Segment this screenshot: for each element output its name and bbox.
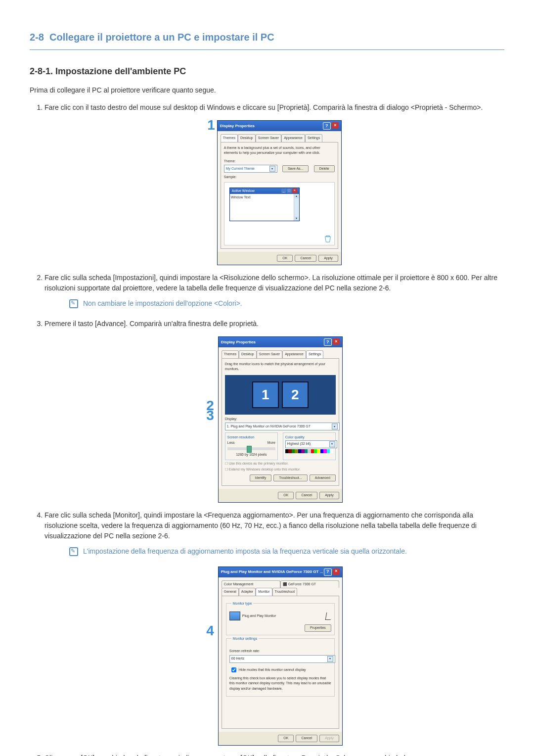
divider bbox=[30, 49, 504, 50]
troubleshoot-button[interactable]: Troubleshoot... bbox=[273, 474, 307, 482]
cancel-button[interactable]: Cancel bbox=[296, 492, 317, 499]
close-icon[interactable]: × bbox=[333, 568, 340, 575]
theme-description: A theme is a background plus a set of so… bbox=[224, 145, 335, 156]
note-icon bbox=[69, 299, 78, 308]
identify-button[interactable]: Identify bbox=[250, 474, 272, 482]
dialog-title: Display Properties bbox=[220, 123, 255, 129]
tab-themes[interactable]: Themes bbox=[221, 134, 238, 142]
chevron-down-icon: ▾ bbox=[332, 424, 338, 429]
tab-screensaver[interactable]: Screen Saver bbox=[257, 350, 282, 358]
ok-button[interactable]: OK bbox=[278, 492, 294, 499]
monitor-type-value: Plug and Play Monitor bbox=[242, 614, 276, 617]
primary-monitor-checkbox: ☐ Use this device as the primary monitor… bbox=[225, 461, 336, 467]
close-icon[interactable]: × bbox=[332, 122, 339, 129]
section-number: 2-8 bbox=[30, 32, 44, 43]
tab-settings[interactable]: Settings bbox=[306, 350, 323, 358]
window-text: Window Text bbox=[231, 195, 251, 199]
tab-screensaver[interactable]: Screen Saver bbox=[256, 134, 281, 142]
note-text: L'impostazione della frequenza di aggior… bbox=[83, 547, 407, 555]
monitor-type-label: Monitor type bbox=[231, 602, 254, 605]
monitor-2-icon[interactable]: 2 bbox=[282, 381, 309, 408]
tab-appearance[interactable]: Appearance bbox=[281, 134, 305, 142]
properties-button[interactable]: Properties bbox=[305, 624, 331, 632]
color-group: Color quality Highest (32 bit)▾ bbox=[283, 432, 336, 460]
chevron-down-icon: ▾ bbox=[329, 441, 335, 447]
tab-adapter[interactable]: Adapter bbox=[239, 588, 256, 596]
color-bar bbox=[285, 449, 333, 453]
theme-label: Theme: bbox=[224, 159, 335, 164]
minimize-icon: _ bbox=[281, 189, 286, 193]
tab-color-management[interactable]: Color Management bbox=[222, 580, 280, 588]
step-1: 1.Fare clic con il tasto destro del mous… bbox=[44, 102, 504, 265]
marker-4: 4 bbox=[206, 626, 214, 636]
tab-appearance[interactable]: Appearance bbox=[282, 350, 306, 358]
extend-desktop-checkbox: ☐ Extend my Windows desktop onto this mo… bbox=[225, 467, 336, 472]
monitor-1-icon[interactable]: 1 bbox=[252, 381, 279, 408]
tab-settings[interactable]: Settings bbox=[305, 134, 322, 142]
recycle-bin-icon bbox=[323, 234, 332, 243]
tab-general[interactable]: General bbox=[222, 588, 239, 596]
display-properties-dialog-settings: Display Properties ?× Themes Desktop Scr… bbox=[218, 336, 343, 503]
tab-themes[interactable]: Themes bbox=[222, 350, 239, 358]
color-quality-select[interactable]: Highest (32 bit)▾ bbox=[285, 440, 337, 448]
hide-modes-checkbox[interactable] bbox=[231, 667, 236, 672]
section-title: Collegare il proiettore a un PC e impost… bbox=[49, 32, 274, 43]
help-icon[interactable]: ? bbox=[324, 338, 332, 346]
save-as-button[interactable]: Save As... bbox=[282, 165, 309, 173]
monitor-arrangement[interactable]: 1 2 bbox=[225, 375, 336, 415]
active-window-title: Active Window bbox=[232, 189, 255, 194]
tab-desktop[interactable]: Desktop bbox=[239, 350, 257, 358]
settings-description: Drag the monitor icons to match the phys… bbox=[225, 362, 336, 372]
note-text: Non cambiare le impostazioni dell'opzion… bbox=[83, 299, 242, 307]
cancel-button[interactable]: Cancel bbox=[296, 735, 317, 742]
dialog-title: Display Properties bbox=[221, 339, 256, 345]
tab-desktop[interactable]: Desktop bbox=[238, 134, 256, 142]
ok-button[interactable]: OK bbox=[278, 735, 294, 742]
resolution-group: Screen resolution LessMore 1280 by 1024 … bbox=[225, 432, 278, 460]
close-icon: × bbox=[292, 189, 297, 193]
resolution-slider[interactable] bbox=[227, 447, 275, 450]
help-icon[interactable]: ? bbox=[324, 568, 332, 576]
delete-button[interactable]: Delete bbox=[314, 165, 335, 173]
ok-button[interactable]: OK bbox=[277, 255, 293, 262]
apply-button: Apply bbox=[319, 735, 339, 742]
theme-preview: Active Window _□× Window Text ▴▾ bbox=[224, 182, 335, 245]
resolution-value: 1280 by 1024 pixels bbox=[227, 452, 275, 458]
intro-text: Prima di collegare il PC al proiettore v… bbox=[30, 85, 504, 95]
step-5: Cliccare su [OK] per chiudere la finestr… bbox=[44, 753, 504, 756]
chevron-down-icon: ▾ bbox=[269, 166, 275, 172]
tab-troubleshoot[interactable]: Troubleshoot bbox=[272, 588, 298, 596]
step-2: Fare clic sulla scheda [Impostazioni], q… bbox=[44, 273, 504, 309]
tab-monitor[interactable]: Monitor bbox=[256, 588, 272, 596]
step-4: Fare clic sulla scheda [Monitor], quindi… bbox=[44, 510, 504, 746]
refresh-rate-label: Screen refresh rate: bbox=[229, 649, 331, 654]
theme-select[interactable]: My Current Theme▾ bbox=[224, 165, 277, 173]
advanced-button[interactable]: Advanced bbox=[310, 474, 336, 482]
display-properties-dialog-themes: Display Properties ?× Themes Desktop Scr… bbox=[217, 120, 342, 265]
scrollbar: ▴▾ bbox=[294, 194, 299, 221]
note-icon bbox=[69, 547, 78, 556]
monitor-properties-dialog: Plug and Play Monitor and NVIDIA GeForce… bbox=[218, 567, 343, 746]
hide-modes-description: Clearing this check box allows you to se… bbox=[229, 676, 331, 692]
tab-geforce[interactable]: ⬛ GeForce 7300 GT bbox=[280, 580, 339, 588]
marker-3: 3 bbox=[206, 411, 214, 421]
cursor-icon bbox=[325, 613, 332, 620]
subsection-title: 2-8-1. Impostazione dell'ambiente PC bbox=[30, 65, 504, 78]
apply-button[interactable]: Apply bbox=[319, 492, 339, 499]
display-label: Display: bbox=[225, 417, 336, 422]
dialog-title: Plug and Play Monitor and NVIDIA GeForce… bbox=[221, 569, 323, 575]
sample-label: Sample: bbox=[224, 175, 335, 180]
refresh-rate-select[interactable]: 60 Hertz▾ bbox=[229, 655, 335, 663]
monitor-icon bbox=[229, 612, 240, 620]
chevron-down-icon: ▾ bbox=[327, 656, 333, 662]
step-3: Premere il tasto [Advance]. Comparirà un… bbox=[44, 319, 504, 503]
monitor-settings-label: Monitor settings bbox=[231, 637, 259, 640]
help-icon[interactable]: ? bbox=[323, 122, 331, 130]
apply-button[interactable]: Apply bbox=[318, 255, 338, 262]
cancel-button[interactable]: Cancel bbox=[295, 255, 316, 262]
close-icon[interactable]: × bbox=[333, 338, 340, 345]
display-select[interactable]: 1. Plug and Play Monitor on NVIDIA GeFor… bbox=[225, 423, 340, 430]
maximize-icon: □ bbox=[287, 189, 292, 193]
marker-1: 1 bbox=[207, 120, 215, 130]
